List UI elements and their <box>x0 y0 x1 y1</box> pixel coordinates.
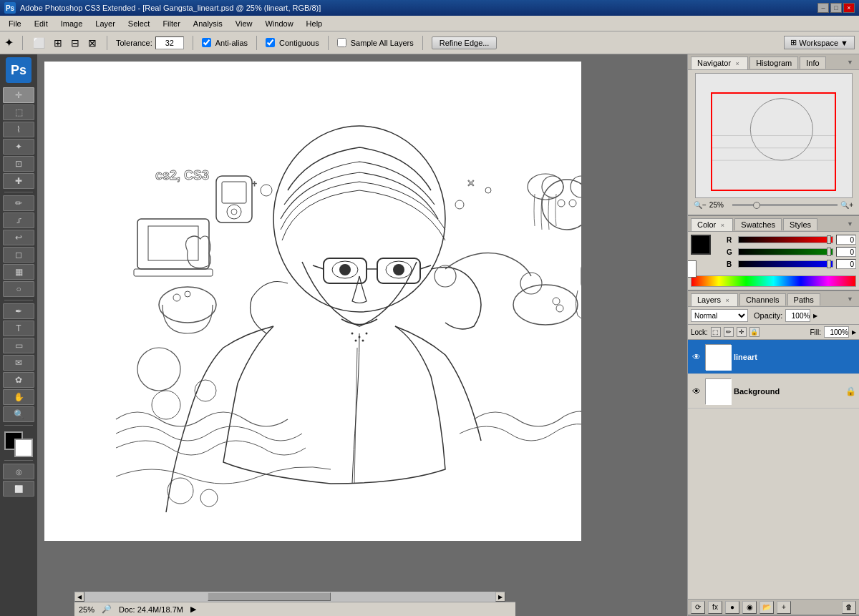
sample-all-layers-checkbox[interactable] <box>337 38 346 47</box>
window-controls[interactable]: – □ × <box>817 3 855 13</box>
navigator-close-icon[interactable]: × <box>733 59 742 68</box>
sample-all-layers-label[interactable]: Sample All Layers <box>337 38 414 47</box>
g-slider[interactable] <box>738 248 833 255</box>
navigator-collapse-icon[interactable]: ▼ <box>844 59 856 66</box>
background-color-box[interactable] <box>14 439 33 457</box>
navigator-zoom-thumb[interactable] <box>753 202 760 209</box>
opacity-arrow-icon[interactable]: ▶ <box>813 313 817 319</box>
r-slider-thumb[interactable] <box>827 235 831 244</box>
layers-collapse-icon[interactable]: ▼ <box>844 295 856 303</box>
layer-row-background[interactable]: 👁 Background 🔒 <box>688 374 859 409</box>
r-value-input[interactable] <box>836 235 856 245</box>
layer-mask-button[interactable]: ● <box>725 601 739 614</box>
history-tool[interactable]: ↩ <box>3 230 34 245</box>
layer-eye-background[interactable]: 👁 <box>691 386 702 397</box>
minimize-button[interactable]: – <box>817 3 829 13</box>
color-spectrum-bar[interactable] <box>691 275 856 287</box>
b-slider[interactable] <box>738 260 833 268</box>
add-selection-icon[interactable]: ⊞ <box>54 37 62 49</box>
zoom-in-icon[interactable]: 🔍+ <box>840 201 853 209</box>
tab-styles[interactable]: Styles <box>783 218 817 230</box>
menu-image[interactable]: Image <box>55 18 89 29</box>
lasso-tool[interactable]: ⌇ <box>3 122 34 137</box>
menu-layer[interactable]: Layer <box>89 18 121 29</box>
blend-mode-select[interactable]: Normal Multiply Screen Overlay <box>691 309 748 322</box>
layer-style-button[interactable]: fx <box>708 601 722 614</box>
layer-adjustment-button[interactable]: ◉ <box>742 601 757 614</box>
marquee-tool[interactable]: ⬚ <box>3 104 34 120</box>
contiguous-checkbox[interactable] <box>266 38 275 47</box>
layer-group-button[interactable]: 📂 <box>759 601 774 614</box>
scroll-left-button[interactable]: ◀ <box>74 592 84 602</box>
menu-help[interactable]: Help <box>301 18 329 29</box>
dodge-tool[interactable]: ○ <box>3 281 34 297</box>
menu-analysis[interactable]: Analysis <box>188 18 228 29</box>
contiguous-checkbox-label[interactable]: Contiguous <box>266 38 319 47</box>
layer-link-button[interactable]: ⟳ <box>691 601 705 614</box>
eraser-tool[interactable]: ◻ <box>3 247 34 263</box>
navigator-viewport-box[interactable] <box>711 92 835 191</box>
type-tool[interactable]: T <box>3 321 34 336</box>
menu-filter[interactable]: Filter <box>157 18 185 29</box>
g-slider-thumb[interactable] <box>827 248 831 256</box>
stamp-tool[interactable]: ⎎ <box>3 212 34 228</box>
color-boxes[interactable] <box>4 431 33 457</box>
anti-alias-checkbox-label[interactable]: Anti-alias <box>202 38 248 47</box>
tab-channels[interactable]: Channels <box>739 293 785 305</box>
lock-position-icon[interactable]: ✛ <box>737 327 747 337</box>
menu-window[interactable]: Window <box>259 18 299 29</box>
anti-alias-checkbox[interactable] <box>202 38 211 47</box>
canvas-scroll[interactable]: cs2, CS3 ✕ + <box>37 54 687 616</box>
gradient-tool[interactable]: ▦ <box>3 264 34 280</box>
lock-image-icon[interactable]: ✏ <box>724 327 734 337</box>
screen-mode-btn[interactable]: ⬜ <box>3 481 34 497</box>
fill-arrow-icon[interactable]: ▶ <box>852 329 856 336</box>
navigator-zoom-slider[interactable] <box>732 204 838 206</box>
workspace-button[interactable]: ⊞ Workspace ▼ <box>784 36 855 49</box>
g-value-input[interactable] <box>836 247 856 257</box>
scroll-track[interactable] <box>84 592 495 602</box>
menu-file[interactable]: File <box>3 18 27 29</box>
layers-close-icon[interactable]: × <box>723 296 732 305</box>
tab-swatches[interactable]: Swatches <box>734 218 782 230</box>
zoom-tool[interactable]: 🔍 <box>3 406 34 422</box>
quick-mask-btn[interactable]: ◎ <box>3 464 34 479</box>
tab-navigator[interactable]: Navigator × <box>691 57 748 69</box>
horizontal-scrollbar[interactable]: ◀ ▶ <box>74 592 505 602</box>
maximize-button[interactable]: □ <box>830 3 842 13</box>
layer-delete-button[interactable]: 🗑 <box>842 601 856 614</box>
intersect-selection-icon[interactable]: ⊠ <box>88 37 97 49</box>
crop-tool[interactable]: ⊡ <box>3 156 34 172</box>
notes-tool[interactable]: ✉ <box>3 355 34 371</box>
magic-wand-tool[interactable]: ✦ <box>3 139 34 155</box>
r-slider[interactable] <box>738 236 833 243</box>
b-value-input[interactable] <box>836 259 856 269</box>
layer-new-button[interactable]: + <box>777 601 791 614</box>
zoom-indicator-icon[interactable]: 🔎 <box>102 605 112 614</box>
tolerance-input[interactable] <box>155 36 184 49</box>
zoom-out-icon[interactable]: 🔍− <box>694 201 707 209</box>
shape-tool[interactable]: ▭ <box>3 338 34 353</box>
background-color-swatch[interactable] <box>687 260 697 278</box>
lock-all-icon[interactable]: 🔒 <box>749 327 759 337</box>
tab-histogram[interactable]: Histogram <box>749 57 798 69</box>
menu-edit[interactable]: Edit <box>29 18 54 29</box>
brush-tool[interactable]: ✏ <box>3 195 34 211</box>
scroll-thumb[interactable] <box>208 592 331 601</box>
refine-edge-button[interactable]: Refine Edge... <box>432 36 498 49</box>
healing-tool[interactable]: ✚ <box>3 173 34 189</box>
magic-wand-icon[interactable]: ✦ <box>4 36 14 49</box>
scroll-right-button[interactable]: ▶ <box>495 592 505 602</box>
fill-input[interactable] <box>824 326 849 338</box>
new-selection-icon[interactable]: ⬜ <box>33 37 45 49</box>
status-arrow[interactable]: ▶ <box>190 605 196 614</box>
hand-tool[interactable]: ✋ <box>3 389 34 405</box>
tab-info[interactable]: Info <box>800 57 825 69</box>
tab-paths[interactable]: Paths <box>787 293 820 305</box>
close-button[interactable]: × <box>843 3 855 13</box>
tab-color[interactable]: Color × <box>691 218 733 231</box>
eyedropper-tool[interactable]: ✿ <box>3 372 34 388</box>
tab-layers[interactable]: Layers × <box>691 293 738 306</box>
foreground-color-swatch[interactable] <box>691 235 711 255</box>
move-tool[interactable]: ✛ <box>3 87 34 103</box>
